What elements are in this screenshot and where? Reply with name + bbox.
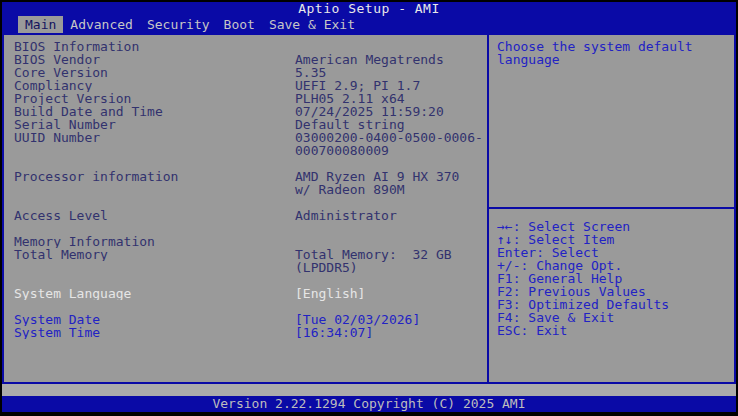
help-divider (489, 207, 734, 209)
tab-main[interactable]: Main (18, 16, 63, 33)
row-label (4, 196, 295, 209)
row-label: BIOS Vendor (4, 53, 295, 66)
info-row-access-level: Access LevelAdministrator (4, 209, 487, 222)
row-label (4, 261, 295, 274)
row-label: System Language (4, 287, 295, 300)
tab-security[interactable]: Security (140, 16, 217, 33)
row-label: System Time (4, 326, 295, 339)
row-label: Project Version (4, 92, 295, 105)
setting-row-system-date[interactable]: System Date[Tue 02/03/2026] (4, 313, 487, 326)
info-row-blank: w/ Radeon 890M (4, 183, 487, 196)
info-row-processor-information: Processor informationAMD Ryzen AI 9 HX 3… (4, 170, 487, 183)
help-column: Choose the system default language →←: S… (489, 35, 734, 382)
row-label: Core Version (4, 66, 295, 79)
row-label: Processor information (4, 170, 295, 183)
row-label (4, 144, 295, 157)
info-row-blank (4, 222, 487, 235)
info-row-blank: 000700080009 (4, 144, 487, 157)
tab-boot[interactable]: Boot (217, 16, 262, 33)
row-label: Compliancy (4, 79, 295, 92)
row-value: [16:34:07] (295, 326, 373, 339)
row-label (4, 274, 295, 287)
settings-column: BIOS InformationBIOS VendorAmerican Mega… (4, 35, 487, 382)
row-label (4, 157, 295, 170)
info-row-bios-vendor: BIOS VendorAmerican Megatrends (4, 53, 487, 66)
row-label (4, 300, 295, 313)
setting-row-system-time[interactable]: System Time[16:34:07] (4, 326, 487, 339)
bottom-gap-strip (2, 384, 736, 396)
info-row-total-memory: Total MemoryTotal Memory: 32 GB (4, 248, 487, 261)
row-value: 000700080009 (295, 144, 389, 157)
row-label (4, 222, 295, 235)
row-value: [English] (295, 287, 365, 300)
tab-save-exit[interactable]: Save & Exit (262, 16, 362, 33)
row-value: Administrator (295, 209, 397, 222)
version-bar: Version 2.22.1294 Copyright (C) 2025 AMI (2, 396, 736, 412)
help-description: Choose the system default language (497, 40, 693, 66)
row-label: UUID Number (4, 131, 295, 144)
info-row-build-date-and-time: Build Date and Time07/24/2025 11:59:20 (4, 105, 487, 118)
row-label: Total Memory (4, 248, 295, 261)
row-label: Access Level (4, 209, 295, 222)
info-row-blank (4, 274, 487, 287)
setup-panel: BIOS InformationBIOS VendorAmerican Mega… (2, 33, 736, 384)
app-title: Aptio Setup - AMI (2, 2, 736, 16)
key-hint-exit: ESC: Exit (497, 324, 669, 337)
row-label: Serial Number (4, 118, 295, 131)
setting-row-system-language[interactable]: System Language[English] (4, 287, 487, 300)
info-row-blank: (LPDDR5) (4, 261, 487, 274)
info-row-uuid-number: UUID Number03000200-0400-0500-0006- (4, 131, 487, 144)
row-label (4, 183, 295, 196)
header-bar: Aptio Setup - AMI MainAdvancedSecurityBo… (2, 2, 736, 33)
row-label: System Date (4, 313, 295, 326)
row-label: Memory Information (4, 235, 295, 248)
key-hints: →←: Select Screen↑↓: Select ItemEnter: S… (497, 220, 669, 337)
tab-advanced[interactable]: Advanced (63, 16, 140, 33)
info-row-blank (4, 196, 487, 209)
row-value: w/ Radeon 890M (295, 183, 405, 196)
info-row-compliancy: CompliancyUEFI 2.9; PI 1.7 (4, 79, 487, 92)
menu-tab-bar: MainAdvancedSecurityBootSave & Exit (18, 16, 736, 33)
row-label: BIOS Information (4, 40, 295, 53)
row-label: Build Date and Time (4, 105, 295, 118)
row-value: (LPDDR5) (295, 261, 358, 274)
